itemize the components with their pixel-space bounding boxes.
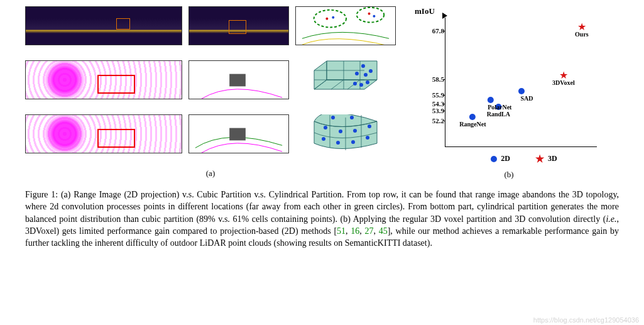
thumb-lidar-1: LiDAR Point Cloud	[25, 60, 182, 99]
panel-a-grid: Range Image 2D Convolution Involv	[25, 6, 396, 165]
ref-27[interactable]: 27	[364, 226, 373, 236]
svg-point-30	[353, 129, 357, 133]
thumb-range-image: Range Image	[25, 6, 182, 45]
cubic-dist-svg	[295, 60, 396, 99]
chart-axes: 67.8 58.5 55.9 54.3 53.9 52.2 RangeN	[445, 18, 597, 147]
caption-body-pre: (a) Range Image (2D projection) v.s. Cub…	[25, 190, 619, 224]
thumb-cyl-partition: Cylindrical Partition	[188, 114, 289, 153]
panel-b: mIoU 67.8 58.5 55.9 54.3 53.9 52.2	[408, 6, 609, 180]
panel-a-sublabel: (a)	[206, 168, 215, 179]
thumb-point-dist-cyl: Point Distribution	[295, 114, 396, 153]
thumb-lidar-2: LiDAR Point Cloud	[25, 114, 182, 153]
svg-point-22	[361, 64, 365, 68]
svg-point-21	[369, 69, 373, 73]
panels-row: Range Image 2D Convolution Involv	[25, 6, 619, 180]
circle-marker-icon	[469, 114, 476, 120]
svg-rect-6	[229, 74, 246, 86]
cyl-dist-svg	[295, 114, 396, 153]
legend-3d: ★ 3D	[535, 154, 557, 163]
svg-point-20	[364, 73, 368, 77]
ref-51[interactable]: 51	[337, 226, 346, 236]
svg-rect-23	[229, 128, 246, 140]
svg-point-1	[357, 7, 384, 22]
svg-point-27	[366, 136, 369, 140]
svg-point-17	[359, 83, 363, 87]
figure-1: Range Image 2D Convolution Involv	[0, 0, 644, 256]
svg-point-19	[355, 72, 359, 75]
caption-lead: Figure 1:	[25, 190, 58, 199]
point-3dvoxel: ★ 3DVoxel	[552, 72, 575, 86]
figure-caption: Figure 1: (a) Range Image (2D projection…	[25, 189, 619, 250]
svg-point-2	[325, 17, 328, 19]
ref-16[interactable]: 16	[351, 226, 359, 236]
svg-point-25	[336, 141, 340, 145]
svg-point-16	[353, 82, 357, 85]
ref-45[interactable]: 45	[379, 226, 388, 236]
svg-point-32	[331, 116, 335, 119]
thumb-point-dist-cubic: Point Distribution	[295, 60, 396, 99]
point-rangenet: RangeNet	[459, 114, 486, 128]
legend-3d-label: 3D	[548, 154, 557, 163]
point-sad: SAD	[509, 88, 533, 102]
star-marker-icon: ★	[577, 24, 586, 30]
legend-2d-label: 2D	[501, 154, 510, 163]
pt-label-ours: Ours	[575, 31, 589, 38]
pt-label-sad: SAD	[520, 95, 533, 102]
svg-point-26	[351, 140, 355, 144]
watermark: https://blog.csdn.net/cg129054036	[533, 316, 639, 324]
star-marker-icon: ★	[535, 156, 544, 162]
chart-ylabel: mIoU	[415, 6, 435, 16]
pt-label-polarnet: PolarNet	[488, 104, 511, 111]
star-marker-icon: ★	[559, 72, 568, 79]
chart-legend: 2D ★ 3D	[451, 154, 597, 163]
panel-a: Range Image 2D Convolution Involv	[25, 6, 396, 179]
svg-point-31	[368, 124, 371, 128]
pt-label-3dvoxel: 3DVoxel	[552, 79, 575, 86]
svg-point-5	[373, 14, 375, 17]
point-ours: ★ Ours	[575, 24, 589, 38]
involved-points-svg	[296, 6, 395, 45]
pt-label-randla: RandLA	[487, 111, 510, 118]
svg-point-28	[324, 126, 327, 129]
cubic-svg	[189, 60, 288, 99]
svg-point-0	[314, 9, 346, 27]
caption-ie: i.e.	[606, 214, 616, 224]
svg-point-18	[366, 80, 369, 84]
thumb-2d-conv: 2D Convolution	[188, 6, 289, 45]
circle-marker-icon	[491, 156, 497, 162]
svg-point-4	[368, 12, 371, 14]
thumb-involved-points: Involved Points	[295, 6, 396, 45]
cyl-svg	[189, 114, 288, 153]
chart-b: mIoU 67.8 58.5 55.9 54.3 53.9 52.2	[415, 9, 603, 166]
circle-marker-icon	[518, 88, 524, 94]
point-polarnet: PolarNet	[470, 97, 511, 111]
svg-point-33	[350, 116, 354, 119]
svg-point-24	[322, 137, 325, 141]
pt-label-rangenet: RangeNet	[459, 121, 486, 128]
panel-b-sublabel: (b)	[504, 170, 513, 180]
svg-point-3	[332, 16, 334, 18]
thumb-cubic-partition: Cubic Partition	[188, 60, 289, 99]
legend-2d: 2D	[491, 154, 510, 163]
circle-marker-icon	[488, 97, 494, 103]
svg-point-29	[339, 129, 342, 133]
